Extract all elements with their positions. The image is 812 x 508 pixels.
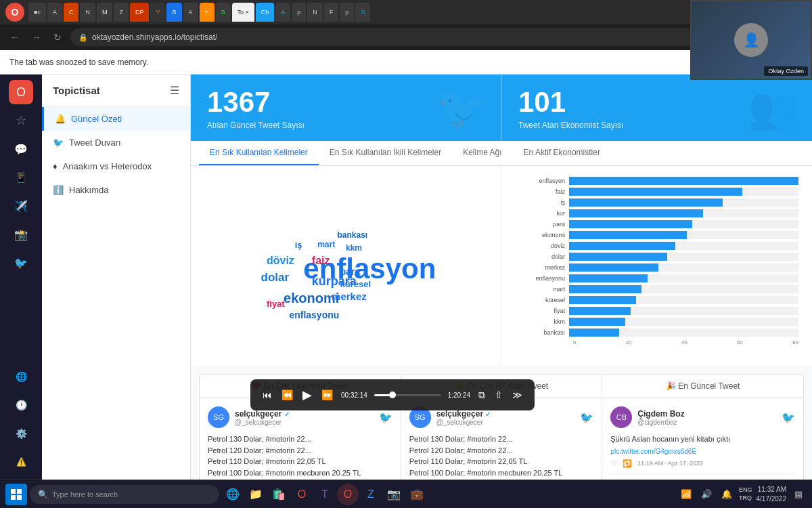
bar-row: döviz bbox=[515, 242, 798, 250]
clock-date: 4/17/2022 bbox=[757, 494, 787, 504]
tab-kelime-agi[interactable]: Kelime Ağı bbox=[452, 141, 512, 165]
bar-row: iş bbox=[515, 198, 798, 207]
bar-label: merkez bbox=[515, 264, 569, 271]
bar-label: fiyat bbox=[515, 308, 569, 314]
media-pip-button[interactable]: ⧉ bbox=[477, 388, 487, 402]
volume-icon[interactable]: 🔊 bbox=[698, 486, 715, 503]
taskbar-store[interactable]: 🛍️ bbox=[268, 484, 290, 505]
tab-item[interactable]: C bbox=[64, 3, 79, 22]
tab-item[interactable]: A bbox=[183, 3, 198, 22]
media-prev-button[interactable]: ⏮ bbox=[261, 388, 273, 402]
media-rewind-button[interactable]: ⏪ bbox=[280, 388, 294, 402]
tab-item[interactable]: DP bbox=[130, 3, 150, 22]
menu-icon[interactable]: ☰ bbox=[170, 84, 179, 97]
sidebar-item-label: Anaakım vs Heterodox bbox=[63, 161, 152, 171]
tab-item[interactable]: Z bbox=[114, 3, 129, 22]
sidebar-item-hakkinda[interactable]: ℹ️ Hakkımda bbox=[42, 178, 190, 202]
back-button[interactable]: ← bbox=[7, 30, 23, 44]
opera-home-icon[interactable]: O bbox=[9, 80, 33, 104]
taskbar: 🔍 Type here to search 🌐 📁 🛍️ O T O Z 📷 💼… bbox=[0, 480, 812, 508]
taskbar-clock[interactable]: 11:32 AM 4/17/2022 bbox=[757, 485, 787, 504]
tab-item[interactable]: p bbox=[292, 3, 306, 22]
avatar-1: SG bbox=[208, 406, 229, 428]
stat-card-tweets: 1367 Atılan Güncel Tweet Sayısı 🐦 bbox=[191, 75, 501, 141]
forward-button[interactable]: → bbox=[28, 30, 45, 44]
taskbar-teams[interactable]: T bbox=[314, 484, 336, 505]
sidebar-item-tweet[interactable]: 🐦 Tweet Duvarı bbox=[42, 131, 190, 154]
bar-fill bbox=[569, 307, 631, 315]
sidebar-item-anaakım[interactable]: ♦ Anaakım vs Heterodox bbox=[42, 154, 190, 178]
taskbar-edge[interactable]: 🌐 bbox=[222, 484, 244, 505]
twitter-link-1[interactable]: 🐦 bbox=[379, 411, 392, 424]
bar-track bbox=[569, 285, 798, 293]
bar-label: mart bbox=[515, 286, 569, 293]
sidebar-item-guncel[interactable]: 🔔 Güncel Özeti bbox=[42, 107, 190, 131]
bar-fill bbox=[569, 285, 641, 293]
tab-item[interactable]: N bbox=[80, 3, 95, 22]
start-button[interactable] bbox=[5, 484, 27, 505]
twitter-link-3[interactable]: 🐦 bbox=[782, 411, 795, 424]
bookmarks-icon[interactable]: ☆ bbox=[9, 108, 33, 133]
tab-item[interactable]: Y bbox=[150, 3, 165, 22]
word-cloud-word: dolar bbox=[261, 271, 290, 284]
bar-fill bbox=[569, 231, 687, 239]
tab-item[interactable]: p bbox=[340, 3, 354, 22]
network-icon[interactable]: 📶 bbox=[678, 486, 694, 503]
settings-icon[interactable]: ⚙️ bbox=[9, 421, 33, 446]
taskbar-office[interactable]: O bbox=[291, 484, 313, 505]
twitter-icon[interactable]: 🐦 bbox=[9, 251, 33, 275]
taskbar-opera[interactable]: O bbox=[337, 484, 359, 505]
tab-item[interactable]: Ch bbox=[256, 3, 275, 22]
address-input[interactable]: 🔒 oktayozden.shinyapps.io/topictisat/ bbox=[70, 28, 743, 46]
battery-icon[interactable]: ⚠️ bbox=[9, 450, 33, 474]
bar-track bbox=[569, 318, 798, 326]
media-forward-button[interactable]: ⏩ bbox=[320, 388, 334, 402]
taskbar-search[interactable]: 🔍 Type here to search bbox=[30, 485, 219, 504]
tab-active[interactable]: To × bbox=[232, 3, 254, 22]
axis-tick: 20 bbox=[626, 339, 632, 345]
bar-row: para bbox=[515, 220, 798, 228]
anaakım-icon: ♦ bbox=[53, 161, 58, 171]
media-share-button[interactable]: ⇧ bbox=[493, 388, 504, 402]
telegram-icon[interactable]: ✈️ bbox=[9, 194, 33, 218]
tab-item[interactable]: Y bbox=[200, 3, 215, 22]
taskbar-app-extra2[interactable]: 💼 bbox=[406, 484, 428, 505]
tab-item[interactable]: ■c bbox=[28, 3, 46, 22]
bar-fill bbox=[569, 253, 667, 261]
opera-logo[interactable]: O bbox=[5, 3, 24, 22]
tab-item[interactable]: A bbox=[47, 3, 62, 22]
language-indicator[interactable]: ENGTRQ bbox=[739, 486, 752, 502]
tab-item[interactable]: A bbox=[275, 3, 290, 22]
messenger-icon[interactable]: 💬 bbox=[9, 137, 33, 161]
taskbar-app-extra1[interactable]: 📷 bbox=[383, 484, 405, 505]
tab-item[interactable]: N bbox=[307, 3, 323, 22]
vpn-icon[interactable]: 🌐 bbox=[9, 364, 33, 389]
tab-ekonomist[interactable]: En Aktif Ekonomistler bbox=[513, 141, 611, 165]
taskbar-system: 📶 🔊 🔔 ENGTRQ 11:32 AM 4/17/2022 ▦ bbox=[678, 485, 807, 504]
tab-ikili[interactable]: En Sık Kullanılan İkili Kelimeler bbox=[319, 141, 452, 165]
tab-item[interactable]: M bbox=[97, 3, 113, 22]
instagram-icon[interactable]: 📸 bbox=[9, 222, 33, 247]
refresh-button[interactable]: ↻ bbox=[50, 30, 65, 44]
whatsapp-icon[interactable]: 📱 bbox=[9, 165, 33, 190]
tab-item[interactable]: S bbox=[216, 3, 231, 22]
media-progress-bar[interactable] bbox=[374, 394, 441, 396]
tab-en-sik[interactable]: En Sık Kullanılan Kelimeler bbox=[199, 141, 319, 165]
people-stat-icon: 👥 bbox=[748, 84, 798, 132]
history-icon[interactable]: 🕐 bbox=[9, 393, 33, 417]
tab-item[interactable]: S bbox=[355, 3, 370, 22]
tab-item[interactable]: B bbox=[166, 3, 181, 22]
tab-item[interactable]: F bbox=[324, 3, 339, 22]
media-more-button[interactable]: ≫ bbox=[511, 388, 524, 402]
media-play-button[interactable]: ▶ bbox=[301, 386, 313, 404]
twitter-link-2[interactable]: 🐦 bbox=[580, 411, 593, 424]
bar-fill bbox=[569, 209, 703, 217]
taskbar-explorer[interactable]: 📁 bbox=[245, 484, 267, 505]
notification-icon[interactable]: 🔔 bbox=[719, 486, 735, 503]
tweet-link-3[interactable]: plc.twitter.com/G4gmxs6d6E bbox=[610, 448, 795, 455]
action-center-icon[interactable]: ▦ bbox=[790, 486, 807, 503]
app-sidebar: Topictisat ☰ 🔔 Güncel Özeti 🐦 Tweet Duva… bbox=[42, 75, 191, 480]
browser-sidebar: O ☆ 💬 📱 ✈️ 📸 🐦 🌐 🕐 ⚙️ ⚠️ bbox=[0, 75, 42, 480]
taskbar-zoom[interactable]: Z bbox=[360, 484, 382, 505]
word-cloud-word: iş bbox=[295, 240, 302, 250]
